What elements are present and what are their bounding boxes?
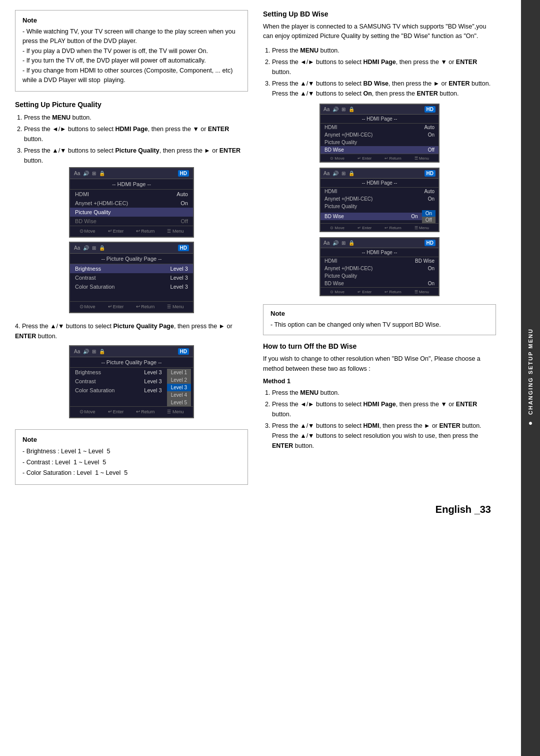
note-box-3: Note - This option can be changed only w… xyxy=(263,304,496,335)
hd-badge-3: HD xyxy=(178,348,189,355)
screen-pq2-footer: ⊙ Move ↵ Enter ↩ Return ☰ Menu xyxy=(70,406,193,415)
hdmi-row-1: HDMI Auto xyxy=(70,190,193,199)
bdw3-anynet: Anynet +(HDMI-CEC) On xyxy=(320,265,438,272)
pq-row-color: Color Saturation Level 3 xyxy=(70,282,193,291)
bd-wise-screens: Aa 🔊 ⊞ 🔒 HD -- HDMI Page -- HDMI Au xyxy=(263,104,496,297)
sound-icon: 🔊 xyxy=(83,171,89,176)
footer-english: English _33 xyxy=(15,504,496,515)
screen-bdw1-header: Aa 🔊 ⊞ 🔒 HD xyxy=(320,105,438,115)
note3-text: - This option can be changed only when T… xyxy=(270,320,488,330)
bdw2-off-option: Off xyxy=(422,217,436,223)
pq-page-title-1: -- Picture Quality Page -- xyxy=(70,254,193,264)
method-1-title: Method 1 xyxy=(263,378,496,385)
screen-hdmi1-footer: ⊙ Move ↵ Enter ↩ Return ☰ Menu xyxy=(70,226,193,235)
pq-step-4: 4. Press the ▲/▼ buttons to select Pictu… xyxy=(15,321,248,341)
pq-row-contrast: Contrast Level 3 xyxy=(70,273,193,282)
screen-header-icons-1: Aa 🔊 ⊞ 🔒 xyxy=(74,171,105,176)
left-column: Note - While watching TV, your TV screen… xyxy=(15,10,248,494)
tob-step-2: Press the ◄/► buttons to select HDMI Pag… xyxy=(272,399,496,419)
tob-step-3: Press the ▲/▼ buttons to select HDMI, th… xyxy=(272,421,496,451)
bdw3-hd: HD xyxy=(424,240,436,246)
bdw2-bdwise: BD Wise On xyxy=(320,213,422,220)
tob-step-1: Press the MENU button. xyxy=(272,388,496,398)
bdw2-dropdown: On Off xyxy=(422,210,436,223)
english-label: English _33 xyxy=(436,504,491,515)
note-item-4: - If you change from HDMI to other sourc… xyxy=(22,66,240,86)
screen-hdmi1: Aa 🔊 ⊞ 🔒 HD -- HDMI Page -- HDMI Auto xyxy=(69,167,194,238)
screen-pq1-footer: ⊙ Move ↵ Enter ↩ Return ☰ Menu xyxy=(70,301,193,310)
screen-pq1-header: Aa 🔊 ⊞ 🔒 HD xyxy=(70,243,193,254)
hdmi-row-2: Anynet +(HDMI-CEC) On xyxy=(70,199,193,208)
bdw1-icons: Aa 🔊 ⊞ 🔒 xyxy=(324,107,354,112)
bdw1-hdmi: HDMI Auto xyxy=(320,124,438,131)
screen-bdw1-container: Aa 🔊 ⊞ 🔒 HD -- HDMI Page -- HDMI Au xyxy=(263,104,496,164)
section-picture-quality: Setting Up Picture Quality Press the MEN… xyxy=(15,101,248,166)
sound-icon-3: 🔊 xyxy=(83,349,89,354)
bdw-step-3: Press the ▲/▼ buttons to select BD Wise,… xyxy=(272,79,496,99)
pq-page-title-2: -- Picture Quality Page -- xyxy=(70,357,193,368)
grid-icon-2: ⊞ xyxy=(92,245,96,251)
grid-icon: ⊞ xyxy=(92,171,96,176)
pq-row-brightness: Brightness Level 3 xyxy=(70,264,193,273)
bdw-step-1: Press the MENU button. xyxy=(272,46,496,56)
screen-bdw3-container: Aa 🔊 ⊞ 🔒 HD -- HDMI Page -- HDMI BD xyxy=(263,237,496,297)
sound-icon-2: 🔊 xyxy=(83,245,89,251)
note2-contrast: - Contrast : Level 1 ~ Level 5 xyxy=(22,457,240,468)
hd-badge-2: HD xyxy=(178,245,189,251)
pq2-color: Color Saturation Level 3 xyxy=(70,386,167,395)
hdmi-page-title-1: -- HDMI Page -- xyxy=(70,179,193,190)
screen-pq1: Aa 🔊 ⊞ 🔒 HD -- Picture Quality Page -- B… xyxy=(69,242,194,313)
screen-pq1-container: Aa 🔊 ⊞ 🔒 HD -- Picture Quality Page -- B… xyxy=(15,242,248,317)
hdmi-row-4: BD Wise Off xyxy=(70,217,193,226)
bdw1-bdwise-highlighted: BD Wise Off xyxy=(320,146,438,154)
bdw2-hd: HD xyxy=(424,170,436,177)
bdw2-page-title: -- HDMI Page -- xyxy=(320,179,438,188)
note-item-1: - While watching TV, your TV screen will… xyxy=(22,27,240,47)
lock-icon-3: 🔒 xyxy=(99,349,105,354)
bdw3-icons: Aa 🔊 ⊞ 🔒 xyxy=(324,240,354,246)
screen-bdw1: Aa 🔊 ⊞ 🔒 HD -- HDMI Page -- HDMI Au xyxy=(320,104,440,163)
bdw2-hdmi: HDMI Auto xyxy=(320,188,438,195)
level1-option: Level 1 xyxy=(167,369,191,376)
pq2-brightness: Brightness Level 3 xyxy=(70,368,167,377)
pq-step-1: Press the MENU button. xyxy=(24,113,248,123)
aa-icon-2: Aa xyxy=(74,245,80,251)
section-turn-off-bdwise: How to turn Off the BD Wise If you wish … xyxy=(263,342,496,451)
lock-icon: 🔒 xyxy=(99,171,105,176)
bdw2-on-selected: On xyxy=(422,210,436,217)
sidebar: ● CHANGING SETUP MENU xyxy=(521,0,540,756)
pq-step-2: Press the ◄/► buttons to select HDMI Pag… xyxy=(24,124,248,144)
screen-bdw2-header: Aa 🔊 ⊞ 🔒 HD xyxy=(320,169,438,179)
bdw3-bdwise: BD Wise On xyxy=(320,280,438,287)
page: ● CHANGING SETUP MENU Note - While watch… xyxy=(0,0,540,756)
bdw1-picqual: Picture Quality xyxy=(320,139,438,146)
screen-header-icons-2: Aa 🔊 ⊞ 🔒 xyxy=(74,245,105,251)
screen-bdw3-header: Aa 🔊 ⊞ 🔒 HD xyxy=(320,238,438,248)
right-column: Setting Up BD Wise When the player is co… xyxy=(263,10,496,494)
screen-hdmi1-header: Aa 🔊 ⊞ 🔒 HD xyxy=(70,168,193,179)
bdw2-picqual: Picture Quality xyxy=(320,203,438,210)
level2-option: Level 2 xyxy=(167,376,191,384)
two-column-layout: Note - While watching TV, your TV screen… xyxy=(15,10,496,494)
pq-step-3: Press the ▲/▼ buttons to select Picture … xyxy=(24,146,248,166)
screen-bdw2: Aa 🔊 ⊞ 🔒 HD -- HDMI Page -- HDMI Au xyxy=(320,168,440,232)
hdmi-row-3-highlighted: Picture Quality xyxy=(70,208,193,217)
bdw2-bdwise-row: BD Wise On On Off xyxy=(320,210,438,223)
aa-icon: Aa xyxy=(74,171,80,176)
note-item-2: - If you play a DVD when the TV power is… xyxy=(22,47,240,56)
bd-wise-intro: When the player is connected to a SAMSUN… xyxy=(263,22,496,42)
bdw2-footer: ⊙ Move ↵ Enter ↩ Return ☰ Menu xyxy=(320,223,438,231)
pq2-contrast: Contrast Level 3 xyxy=(70,377,167,386)
bdw1-page-title: -- HDMI Page -- xyxy=(320,115,438,124)
note-box-1: Note - While watching TV, your TV screen… xyxy=(15,10,248,92)
bdw3-picqual: Picture Quality xyxy=(320,272,438,280)
screen-header-icons-3: Aa 🔊 ⊞ 🔒 xyxy=(74,349,105,354)
note-title-1: Note xyxy=(22,17,240,24)
bdw1-footer: ⊙ Move ↵ Enter ↩ Return ☰ Menu xyxy=(320,154,438,162)
turn-off-title: How to turn Off the BD Wise xyxy=(263,342,496,350)
screen-pq2-container: Aa 🔊 ⊞ 🔒 HD -- Picture Quality Page -- xyxy=(15,345,248,422)
bdw1-hd: HD xyxy=(424,106,436,113)
grid-icon-3: ⊞ xyxy=(92,349,96,354)
note-item-3: - If you turn the TV off, the DVD player… xyxy=(22,56,240,66)
note-box-2: Note - Brightness : Level 1 ~ Level 5 - … xyxy=(15,429,248,485)
